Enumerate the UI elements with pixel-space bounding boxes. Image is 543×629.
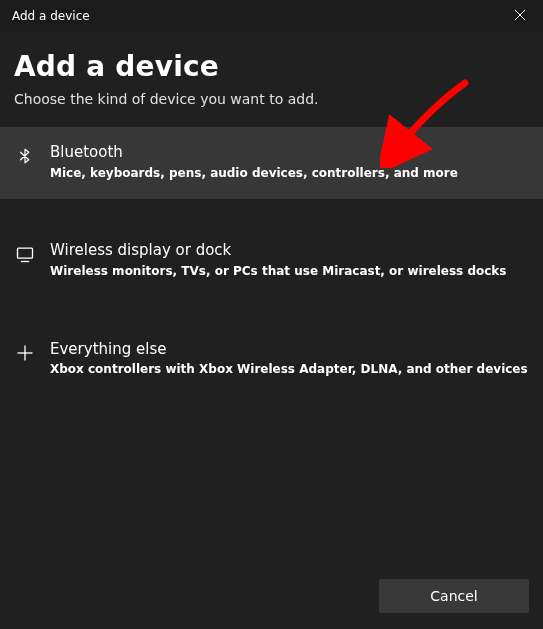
option-bluetooth[interactable]: Bluetooth Mice, keyboards, pens, audio d… [0,127,543,199]
option-title: Bluetooth [50,143,529,163]
option-title: Wireless display or dock [50,241,529,261]
spacer [0,199,543,225]
close-icon [515,9,525,23]
option-text: Bluetooth Mice, keyboards, pens, audio d… [50,143,529,181]
close-button[interactable] [497,0,543,32]
titlebar: Add a device [0,0,543,32]
page-title: Add a device [0,50,543,91]
page-subtitle: Choose the kind of device you want to ad… [0,91,543,127]
spacer [0,298,543,324]
dialog-content: Add a device Choose the kind of device y… [0,32,543,396]
titlebar-title: Add a device [12,9,90,23]
option-everything-else[interactable]: Everything else Xbox controllers with Xb… [0,324,543,396]
dialog-footer: Cancel [0,565,543,629]
option-title: Everything else [50,340,529,360]
option-desc: Wireless monitors, TVs, or PCs that use … [50,263,529,280]
cancel-button[interactable]: Cancel [379,579,529,613]
option-desc: Mice, keyboards, pens, audio devices, co… [50,165,529,182]
option-wireless-display[interactable]: Wireless display or dock Wireless monito… [0,225,543,297]
option-text: Everything else Xbox controllers with Xb… [50,340,529,378]
plus-icon [14,342,36,364]
svg-rect-0 [18,248,33,258]
monitor-icon [14,243,36,265]
option-text: Wireless display or dock Wireless monito… [50,241,529,279]
option-desc: Xbox controllers with Xbox Wireless Adap… [50,361,529,378]
bluetooth-icon [14,145,36,167]
